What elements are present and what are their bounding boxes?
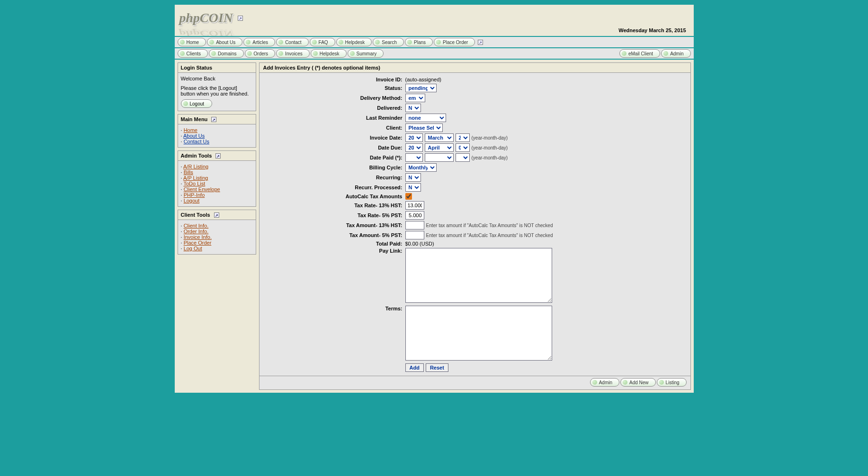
- label-tax-amt-pst: Tax Amount- 5% PST:: [263, 232, 405, 238]
- pay-link-textarea[interactable]: [405, 248, 552, 303]
- label-pay-link: Pay Link:: [263, 248, 405, 254]
- invoice-month-select[interactable]: March: [425, 133, 454, 142]
- logout-note: Please click the [Logout] button when yo…: [181, 85, 253, 97]
- status-select[interactable]: pending: [405, 84, 437, 92]
- logo: phpCOIN: [179, 10, 233, 26]
- nav-orders[interactable]: Orders: [245, 49, 276, 58]
- recurr-processed-select[interactable]: No: [405, 183, 421, 192]
- recurring-select[interactable]: No: [405, 173, 421, 182]
- expand-icon[interactable]: ↗: [211, 117, 216, 122]
- terms-textarea[interactable]: [405, 306, 552, 361]
- tax-amt-hst-input[interactable]: [405, 221, 424, 229]
- invoice-year-select[interactable]: 2015: [405, 133, 423, 142]
- nav-email-client[interactable]: eMail Client: [619, 49, 660, 58]
- client-tools-title: Client Tools: [181, 212, 210, 218]
- nav-helpdesk[interactable]: Helpdesk: [336, 38, 372, 46]
- log-out-link[interactable]: Log Out: [184, 246, 202, 251]
- todo-list-link[interactable]: ToDo List: [183, 181, 205, 186]
- header: phpCOIN ↗ Wednesday March 25, 2015: [175, 5, 694, 36]
- paid-month-select[interactable]: [425, 153, 454, 162]
- ap-listing-link[interactable]: A/P Listing: [183, 175, 208, 181]
- nav-about[interactable]: About Us: [207, 38, 242, 46]
- add-button[interactable]: Add: [405, 363, 424, 372]
- autocalc-checkbox[interactable]: [405, 193, 412, 200]
- ar-listing-link[interactable]: A/R Listing: [183, 164, 208, 169]
- client-info-link[interactable]: Client Info.: [184, 223, 209, 229]
- header-date: Wednesday March 25, 2015: [179, 26, 689, 34]
- form-title: Add Invoices Entry ( (*) denotes optiona…: [260, 63, 690, 73]
- login-status-box: Login Status Welcome Back Please click t…: [178, 62, 256, 111]
- due-year-select[interactable]: 2015: [405, 143, 423, 152]
- label-tax-rate-pst: Tax Rate- 5% PST:: [263, 212, 405, 218]
- label-last-reminder: Last Reminder: [263, 115, 405, 121]
- expand-icon[interactable]: ↗: [215, 153, 221, 159]
- hint-ymd: (year-month-day): [472, 155, 508, 160]
- menu-contact[interactable]: Contact Us: [184, 139, 209, 144]
- nav-home[interactable]: Home: [178, 38, 206, 46]
- nav-summary[interactable]: Summary: [348, 49, 384, 58]
- logout-button[interactable]: Logout: [181, 99, 213, 108]
- main-menu-title: Main Menu: [181, 116, 208, 122]
- delivered-select[interactable]: No: [405, 104, 421, 112]
- tax-rate-pst-input[interactable]: [405, 211, 424, 220]
- content: Login Status Welcome Back Please click t…: [175, 60, 694, 393]
- tax-rate-hst-input[interactable]: [405, 201, 424, 210]
- reminder-select[interactable]: none: [405, 114, 446, 122]
- label-total-paid: Total Paid:: [263, 241, 405, 247]
- secondary-nav: Clients Domains Orders Invoices Helpdesk…: [175, 47, 694, 60]
- nav-helpdesk2[interactable]: Helpdesk: [311, 49, 347, 58]
- tax-amt-pst-input[interactable]: [405, 231, 424, 239]
- label-delivery: Delivery Method:: [263, 95, 405, 101]
- hint-tax-pst: Enter tax amount if "AutoCalc Tax Amount…: [426, 233, 553, 238]
- main-menu-box: Main Menu ↗ Home About Us Contact Us: [178, 114, 256, 148]
- paid-year-select[interactable]: [405, 153, 423, 162]
- reset-button[interactable]: Reset: [426, 363, 448, 372]
- label-client: Client:: [263, 125, 405, 131]
- client-tools-box: Client Tools ↗ Client Info. Order Info. …: [178, 210, 256, 255]
- footer-admin[interactable]: Admin: [590, 378, 619, 387]
- billing-cycle-select[interactable]: Monthly: [405, 163, 437, 172]
- expand-icon[interactable]: ↗: [214, 212, 219, 218]
- invoice-day-select[interactable]: 25: [456, 133, 470, 142]
- label-date-due: Date Due:: [263, 145, 405, 150]
- nav-search[interactable]: Search: [373, 38, 404, 46]
- nav-clients[interactable]: Clients: [178, 49, 208, 58]
- menu-about[interactable]: About Us: [183, 133, 205, 139]
- nav-articles[interactable]: Articles: [243, 38, 275, 46]
- value-total-paid: $0.00 (USD): [405, 241, 434, 247]
- nav-admin[interactable]: Admin: [661, 49, 690, 58]
- bills-link[interactable]: Bills: [184, 169, 193, 175]
- expand-icon[interactable]: ↗: [478, 40, 483, 45]
- nav-place-order[interactable]: Place Order: [434, 38, 475, 46]
- nav-invoices[interactable]: Invoices: [276, 49, 310, 58]
- due-month-select[interactable]: April: [425, 143, 454, 152]
- order-info-link[interactable]: Order Info.: [184, 229, 209, 234]
- place-order-link[interactable]: Place Order: [184, 240, 212, 246]
- paid-day-select[interactable]: [456, 153, 470, 162]
- client-select[interactable]: Please Select: [405, 123, 443, 132]
- label-terms: Terms:: [263, 306, 405, 311]
- menu-home[interactable]: Home: [184, 127, 197, 133]
- client-envelope-link[interactable]: Client Envelope: [184, 186, 220, 192]
- invoice-form: Add Invoices Entry ( (*) denotes optiona…: [259, 62, 691, 390]
- nav-plans[interactable]: Plans: [405, 38, 433, 46]
- welcome-text: Welcome Back: [181, 76, 253, 81]
- expand-icon[interactable]: ↗: [238, 16, 243, 21]
- form-footer: Admin Add New Listing: [260, 376, 690, 389]
- label-status: Status:: [263, 85, 405, 91]
- invoice-info-link[interactable]: Invoice Info.: [184, 234, 212, 240]
- admin-logout-link[interactable]: Logout: [184, 198, 200, 203]
- label-invoice-date: Invoice Date:: [263, 135, 405, 141]
- nav-domains[interactable]: Domains: [209, 49, 243, 58]
- nav-faq[interactable]: FAQ: [310, 38, 335, 46]
- nav-contact[interactable]: Contact: [276, 38, 308, 46]
- footer-add-new[interactable]: Add New: [620, 378, 656, 387]
- label-autocalc: AutoCalc Tax Amounts: [263, 194, 405, 199]
- php-info-link[interactable]: PHP-Info: [184, 192, 205, 198]
- label-billing-cycle: Billing Cycle:: [263, 165, 405, 170]
- due-day-select[interactable]: 04: [456, 143, 470, 152]
- hint-tax-hst: Enter tax amount if "AutoCalc Tax Amount…: [426, 223, 553, 228]
- hint-ymd: (year-month-day): [472, 135, 508, 141]
- footer-listing[interactable]: Listing: [657, 378, 687, 387]
- delivery-select[interactable]: email: [405, 94, 425, 102]
